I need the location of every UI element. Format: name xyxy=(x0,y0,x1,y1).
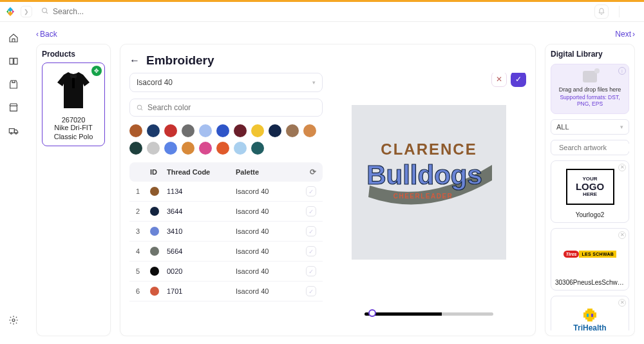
svg-point-7 xyxy=(137,105,141,109)
search-icon xyxy=(137,104,144,111)
notifications-button[interactable] xyxy=(594,5,609,19)
svg-text:Bulldogs: Bulldogs xyxy=(366,160,482,190)
color-search-input[interactable] xyxy=(147,103,316,112)
table-row[interactable]: 50020Isacord 40✓ xyxy=(129,262,323,282)
svg-rect-18 xyxy=(591,314,593,317)
table-row[interactable]: 61701Isacord 40✓ xyxy=(129,282,323,301)
color-swatch[interactable] xyxy=(286,124,299,137)
product-sku: 267020 xyxy=(46,116,100,124)
color-swatch[interactable] xyxy=(147,142,160,155)
embroidery-title: Embroidery xyxy=(146,53,214,68)
product-card[interactable]: ✥ 267020 Nike Dri-FIT Classic Polo xyxy=(42,62,105,146)
color-swatch[interactable] xyxy=(164,124,177,137)
back-link[interactable]: ‹Back xyxy=(36,30,57,39)
color-swatch[interactable] xyxy=(303,124,316,137)
library-filter[interactable]: ALL ▾ xyxy=(551,119,629,135)
svg-text:CLARENCE: CLARENCE xyxy=(381,140,477,158)
color-swatch[interactable] xyxy=(164,142,177,155)
swatch-grid xyxy=(129,123,323,156)
svg-point-3 xyxy=(10,133,12,134)
info-icon[interactable]: i xyxy=(618,67,626,75)
check-icon[interactable]: ✓ xyxy=(306,246,316,256)
breadcrumb: ‹Back Next› xyxy=(36,30,635,39)
color-swatch[interactable] xyxy=(182,124,194,137)
svg-point-5 xyxy=(12,319,15,321)
catalog-icon[interactable] xyxy=(8,55,19,67)
table-row[interactable]: 23644Isacord 40✓ xyxy=(129,202,323,222)
color-swatch[interactable] xyxy=(216,124,229,137)
artwork-thumb: Tires LES SCHWAB xyxy=(564,251,616,258)
global-search[interactable] xyxy=(41,7,589,17)
divider xyxy=(619,6,620,17)
color-swatch[interactable] xyxy=(234,142,247,155)
refresh-icon[interactable]: ⟳ xyxy=(310,167,316,177)
table-row[interactable]: 11134Isacord 40✓ xyxy=(129,182,323,202)
svg-text:CHEERLEADER: CHEERLEADER xyxy=(393,193,453,200)
table-row[interactable]: 45664Isacord 40✓ xyxy=(129,242,323,262)
color-swatch[interactable] xyxy=(129,124,142,137)
check-icon[interactable]: ✓ xyxy=(306,186,316,196)
table-row[interactable]: 33410Isacord 40✓ xyxy=(129,222,323,242)
svg-text:TriHealth: TriHealth xyxy=(573,323,606,330)
thread-table: ID Thread Code Palette ⟳ 11134Isacord 40… xyxy=(129,162,323,301)
home-icon[interactable] xyxy=(8,32,19,44)
remove-icon[interactable]: ✕ xyxy=(618,164,626,171)
search-icon xyxy=(41,7,49,17)
settings-icon[interactable] xyxy=(8,314,19,326)
check-icon[interactable]: ✓ xyxy=(306,226,316,236)
color-swatch[interactable] xyxy=(251,142,264,155)
confirm-button[interactable]: ✓ xyxy=(511,73,526,87)
app-logo xyxy=(5,6,15,17)
image-icon xyxy=(583,71,597,82)
library-item[interactable]: ✕ TriHealth xyxy=(551,296,629,330)
color-search[interactable] xyxy=(129,99,323,117)
topbar: ❯ xyxy=(0,0,644,22)
col-id: ID xyxy=(150,168,167,176)
chevron-left-icon: ‹ xyxy=(36,30,39,39)
color-swatch[interactable] xyxy=(199,124,212,137)
left-rail xyxy=(0,22,27,344)
color-swatch[interactable] xyxy=(251,124,264,137)
remove-icon[interactable]: ✕ xyxy=(618,299,626,307)
global-search-input[interactable] xyxy=(53,7,589,16)
library-search[interactable] xyxy=(551,140,629,155)
remove-icon[interactable]: ✕ xyxy=(618,231,626,239)
color-swatch[interactable] xyxy=(182,142,194,155)
col-palette: Palette xyxy=(236,168,305,176)
check-icon[interactable]: ✓ xyxy=(306,206,316,216)
orders-icon[interactable] xyxy=(8,79,19,90)
product-image xyxy=(51,68,96,113)
svg-line-8 xyxy=(141,108,142,110)
artwork-thumb: YOUR LOGO HERE xyxy=(566,169,614,205)
color-swatch[interactable] xyxy=(199,142,212,155)
svg-line-1 xyxy=(46,12,48,14)
back-arrow-icon[interactable]: ← xyxy=(129,55,140,66)
dropzone[interactable]: i Drag and drop files here Supported for… xyxy=(551,64,629,114)
col-code: Thread Code xyxy=(167,168,236,176)
zoom-slider[interactable] xyxy=(365,312,493,316)
check-icon[interactable]: ✓ xyxy=(306,266,316,276)
library-item[interactable]: ✕ YOUR LOGO HERE Yourlogo2 xyxy=(551,160,629,223)
next-link[interactable]: Next› xyxy=(615,30,635,39)
chevron-down-icon: ▾ xyxy=(620,124,623,130)
library-search-input[interactable] xyxy=(559,144,635,151)
store-icon[interactable] xyxy=(8,102,19,113)
products-panel: Products ✥ 267020 Nike Dri-FIT Classic P… xyxy=(36,44,111,336)
svg-rect-17 xyxy=(587,314,589,317)
preview-canvas[interactable]: CLARENCE Bulldogs CHEERLEADER xyxy=(352,105,506,260)
color-swatch[interactable] xyxy=(234,124,247,137)
shipping-icon[interactable] xyxy=(8,125,19,137)
nav-forward-button[interactable]: ❯ xyxy=(21,6,32,17)
color-swatch[interactable] xyxy=(129,142,142,155)
svg-point-4 xyxy=(15,133,17,134)
library-title: Digital Library xyxy=(551,50,629,59)
chevron-right-icon: › xyxy=(632,30,635,39)
check-icon[interactable]: ✓ xyxy=(306,286,316,296)
svg-rect-16 xyxy=(583,312,596,318)
close-button[interactable]: ✕ xyxy=(491,73,507,87)
palette-select[interactable]: Isacord 40 ▾ xyxy=(129,73,323,92)
color-swatch[interactable] xyxy=(147,124,160,137)
color-swatch[interactable] xyxy=(216,142,229,155)
library-item[interactable]: ✕ Tires LES SCHWAB 30306PneusLesSchwabre… xyxy=(551,228,629,291)
color-swatch[interactable] xyxy=(269,124,281,137)
